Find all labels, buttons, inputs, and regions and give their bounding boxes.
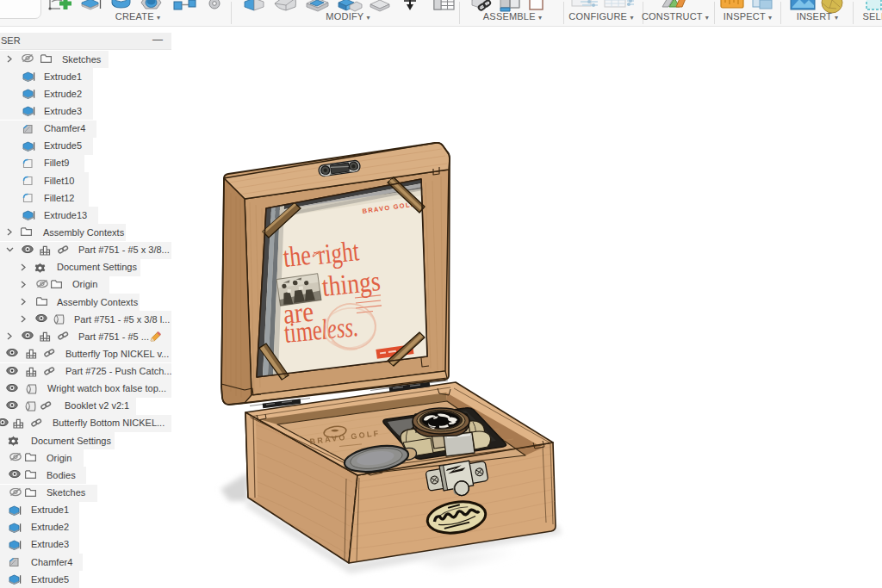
svg-text:the: the: [282, 239, 313, 273]
svg-text:things: things: [320, 265, 382, 302]
svg-text:right: right: [316, 235, 361, 270]
svg-text:time: time: [283, 314, 323, 349]
svg-text:less.: less.: [320, 311, 359, 345]
